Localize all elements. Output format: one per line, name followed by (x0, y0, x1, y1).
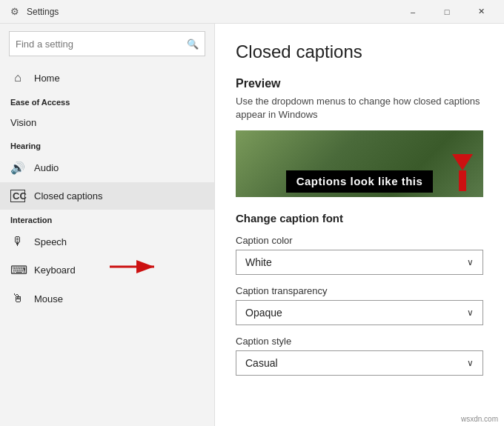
chevron-down-icon-3: ∨ (467, 358, 474, 368)
maximize-button[interactable]: □ (430, 0, 464, 24)
close-button[interactable]: ✕ (464, 0, 498, 24)
mouse-icon: 🖱 (10, 292, 25, 305)
caption-style-row: Caption style Casual ∨ (236, 336, 483, 376)
sidebar-item-keyboard-label: Keyboard (34, 264, 76, 276)
title-bar-left: ⚙ Settings (9, 6, 59, 18)
caption-color-value: White (245, 256, 272, 268)
search-input[interactable] (16, 39, 187, 50)
preview-box: Captions look like this (236, 130, 483, 197)
sidebar-item-keyboard[interactable]: ⌨ Keyboard (0, 256, 214, 284)
preview-caption-bar: Captions look like this (286, 170, 434, 193)
caption-transparency-dropdown[interactable]: Opaque ∨ (236, 300, 483, 325)
preview-description: Use the dropdown menus to change how clo… (236, 95, 483, 122)
caption-color-row: Caption color White ∨ (236, 235, 483, 275)
red-arrow (452, 154, 473, 191)
sidebar-item-audio[interactable]: 🔊 Audio (0, 153, 214, 182)
sidebar-item-home[interactable]: ⌂ Home (0, 64, 214, 92)
title-bar-controls: – □ ✕ (396, 0, 498, 24)
caption-style-label: Caption style (236, 336, 483, 347)
home-icon: ⌂ (10, 71, 25, 84)
ease-of-access-heading: Ease of Access (0, 92, 214, 110)
hearing-heading: Hearing (0, 136, 214, 153)
chevron-down-icon-2: ∨ (467, 307, 474, 318)
keyboard-icon: ⌨ (10, 263, 25, 277)
title-bar-title: Settings (27, 7, 59, 17)
sidebar-item-mouse-label: Mouse (34, 293, 63, 304)
preview-caption-text: Captions look like this (296, 175, 423, 187)
sidebar-item-audio-label: Audio (34, 162, 59, 173)
audio-icon: 🔊 (10, 161, 25, 175)
title-bar: ⚙ Settings – □ ✕ (0, 0, 504, 24)
sidebar-item-speech[interactable]: 🎙 Speech (0, 227, 214, 256)
chevron-down-icon: ∨ (467, 257, 474, 267)
caption-style-dropdown[interactable]: Casual ∨ (236, 350, 483, 376)
minimize-button[interactable]: – (396, 0, 430, 24)
caption-transparency-row: Caption transparency Opaque ∨ (236, 285, 483, 325)
sidebar-item-home-label: Home (34, 73, 60, 84)
watermark: wsxdn.com (461, 415, 498, 423)
sidebar: 🔍 ⌂ Home Ease of Access Vision Hearing 🔊… (0, 24, 215, 426)
caption-transparency-label: Caption transparency (236, 285, 483, 296)
preview-heading: Preview (236, 77, 483, 90)
speech-icon: 🎙 (10, 235, 25, 248)
app-body: 🔍 ⌂ Home Ease of Access Vision Hearing 🔊… (0, 24, 504, 426)
arrow-shaft (459, 170, 466, 191)
sidebar-item-mouse[interactable]: 🖱 Mouse (0, 284, 214, 313)
sidebar-item-speech-label: Speech (34, 236, 67, 247)
caption-color-label: Caption color (236, 235, 483, 246)
interaction-heading: Interaction (0, 210, 214, 227)
caption-color-dropdown[interactable]: White ∨ (236, 250, 483, 275)
caption-style-value: Casual (245, 357, 278, 369)
sidebar-item-vision[interactable]: Vision (0, 110, 214, 136)
search-box[interactable]: 🔍 (9, 31, 205, 56)
sidebar-item-vision-label: Vision (10, 117, 36, 128)
settings-icon: ⚙ (9, 6, 21, 18)
content-area: Closed captions Preview Use the dropdown… (215, 24, 504, 426)
change-caption-font-heading: Change caption font (236, 212, 483, 224)
closed-captions-icon: CC (10, 190, 25, 202)
caption-transparency-value: Opaque (245, 307, 282, 319)
page-title: Closed captions (236, 41, 483, 62)
sidebar-item-closed-captions[interactable]: CC Closed captions (0, 182, 214, 210)
sidebar-item-closed-captions-label: Closed captions (34, 190, 103, 202)
arrow-head (452, 154, 473, 170)
search-icon: 🔍 (187, 39, 199, 50)
